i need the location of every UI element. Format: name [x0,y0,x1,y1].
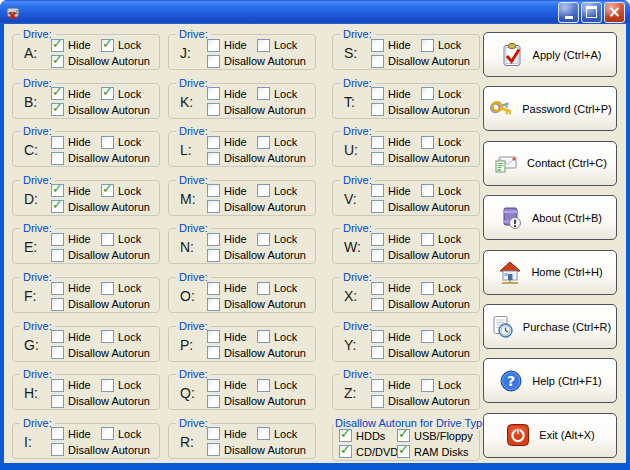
drive-y-hide-checkbox[interactable] [371,330,384,343]
drive-d-disallow-autorun-checkbox[interactable]: ✓ [51,200,64,213]
drive-type-hdds-checkbox[interactable]: ✓ [339,429,352,442]
drive-x-hide-checkbox[interactable] [371,282,384,295]
drive-o-hide-checkbox[interactable] [207,282,220,295]
drive-g-hide-checkbox[interactable] [51,330,64,343]
drive-l-disallow-autorun-checkbox[interactable] [207,152,220,165]
drive-r-hide-checkbox[interactable] [207,427,220,440]
home-button[interactable]: Home (Ctrl+H) [483,250,617,295]
drive-c-lock-checkbox[interactable] [101,136,114,149]
drive-n-hide-checkbox[interactable] [207,233,220,246]
drive-x-disallow-autorun-checkbox[interactable] [371,298,384,311]
drive-k-lock-checkbox[interactable] [257,87,270,100]
drive-r-disallow-autorun-checkbox[interactable] [207,443,220,456]
drive-h-lock-checkbox[interactable] [101,379,114,392]
password-button[interactable]: Password (Ctrl+P) [483,86,617,131]
drive-f-disallow-autorun-checkbox[interactable] [51,298,64,311]
drive-c-hide-checkbox[interactable] [51,136,64,149]
drive-s-hide-checkbox[interactable] [371,39,384,52]
check-icon: ✓ [52,198,63,211]
drive-lock-icon[interactable] [5,4,21,20]
drive-l-lock-checkbox[interactable] [257,136,270,149]
drive-t-disallow-autorun-checkbox[interactable] [371,103,384,116]
drive-n-lock-checkbox[interactable] [257,233,270,246]
drive-z-disallow-autorun-checkbox[interactable] [371,395,384,408]
drive-f-hide-checkbox[interactable] [51,282,64,295]
about-button[interactable]: About (Ctrl+B) [483,195,617,240]
drive-w-disallow-autorun-checkbox[interactable] [371,249,384,262]
drive-e-hide-checkbox[interactable] [51,233,64,246]
drive-type-usb-floppy-checkbox[interactable]: ✓ [397,429,410,442]
drive-d-hide-checkbox[interactable]: ✓ [51,184,64,197]
drive-e-lock-checkbox[interactable] [101,233,114,246]
drive-b-disallow-autorun-checkbox[interactable]: ✓ [51,103,64,116]
drive-g-lock-checkbox[interactable] [101,330,114,343]
drive-j-lock-checkbox[interactable] [257,39,270,52]
drive-f-lock-checkbox[interactable] [101,282,114,295]
drive-r-lock-checkbox[interactable] [257,427,270,440]
apply-button[interactable]: Apply (Ctrl+A) [483,32,617,77]
drive-q-lock-checkbox[interactable] [257,379,270,392]
contact-button[interactable]: Contact (Ctrl+C) [483,141,617,186]
drive-b-hide-checkbox[interactable]: ✓ [51,87,64,100]
drive-p-disallow-autorun-checkbox[interactable] [207,346,220,359]
drive-s-disallow-autorun-checkbox[interactable] [371,55,384,68]
drive-i-disallow-autorun-checkbox[interactable] [51,443,64,456]
drive-c-disallow-autorun-checkbox[interactable] [51,152,64,165]
drive-a-hide-checkbox[interactable]: ✓ [51,39,64,52]
drive-i-hide-checkbox[interactable] [51,427,64,440]
drive-p-hide-checkbox[interactable] [207,330,220,343]
drive-o-lock-checkbox[interactable] [257,282,270,295]
titlebar[interactable]: × [0,0,630,24]
drive-b-lock-checkbox[interactable]: ✓ [101,87,114,100]
button-label: About (Ctrl+B) [532,212,602,224]
groupbox-caption: Drive: [176,368,211,381]
drive-a-lock-checkbox[interactable]: ✓ [101,39,114,52]
help-button[interactable]: ?Help (Ctrl+F1) [483,358,617,403]
drive-y-disallow-autorun-checkbox[interactable] [371,346,384,359]
drive-k-hide-checkbox[interactable] [207,87,220,100]
drive-v-hide-checkbox[interactable] [371,184,384,197]
drive-w-lock-checkbox[interactable] [421,233,434,246]
drive-p-lock-checkbox[interactable] [257,330,270,343]
drive-c-lock-field: Lock [101,135,141,149]
drive-g-disallow-autorun-checkbox[interactable] [51,346,64,359]
drive-a-disallow-autorun-checkbox[interactable]: ✓ [51,55,64,68]
drive-s-lock-checkbox[interactable] [421,39,434,52]
purchase-button[interactable]: Purchase (Ctrl+R) [483,304,617,349]
drive-q-disallow-autorun-checkbox[interactable] [207,395,220,408]
drive-m-lock-checkbox[interactable] [257,184,270,197]
maximize-button[interactable] [581,2,602,23]
drive-type-ram-disks-checkbox[interactable]: ✓ [397,445,410,458]
drive-q-hide-checkbox[interactable] [207,379,220,392]
drive-e-disallow-autorun-checkbox[interactable] [51,249,64,262]
drive-j-hide-checkbox[interactable] [207,39,220,52]
drive-p-disallow-autorun-label: Disallow Autorun [224,347,306,359]
drive-v-lock-checkbox[interactable] [421,184,434,197]
drive-i-lock-checkbox[interactable] [101,427,114,440]
drive-u-hide-checkbox[interactable] [371,136,384,149]
drive-h-hide-checkbox[interactable] [51,379,64,392]
drive-u-disallow-autorun-checkbox[interactable] [371,152,384,165]
drive-type-cd-dvd-checkbox[interactable]: ✓ [339,445,352,458]
drive-j-disallow-autorun-checkbox[interactable] [207,55,220,68]
exit-button[interactable]: Exit (Alt+X) [483,413,617,458]
drive-m-disallow-autorun-checkbox[interactable] [207,200,220,213]
drive-u-lock-checkbox[interactable] [421,136,434,149]
drive-t-hide-checkbox[interactable] [371,87,384,100]
close-button[interactable]: × [604,2,625,23]
drive-l-hide-checkbox[interactable] [207,136,220,149]
drive-z-lock-checkbox[interactable] [421,379,434,392]
drive-y-lock-checkbox[interactable] [421,330,434,343]
drive-w-hide-checkbox[interactable] [371,233,384,246]
minimize-button[interactable] [558,2,579,23]
drive-n-disallow-autorun-checkbox[interactable] [207,249,220,262]
drive-k-disallow-autorun-checkbox[interactable] [207,103,220,116]
drive-o-disallow-autorun-checkbox[interactable] [207,298,220,311]
drive-d-lock-checkbox[interactable]: ✓ [101,184,114,197]
drive-v-disallow-autorun-checkbox[interactable] [371,200,384,213]
drive-z-hide-checkbox[interactable] [371,379,384,392]
drive-h-disallow-autorun-checkbox[interactable] [51,395,64,408]
drive-t-lock-checkbox[interactable] [421,87,434,100]
drive-m-hide-checkbox[interactable] [207,184,220,197]
drive-x-lock-checkbox[interactable] [421,282,434,295]
